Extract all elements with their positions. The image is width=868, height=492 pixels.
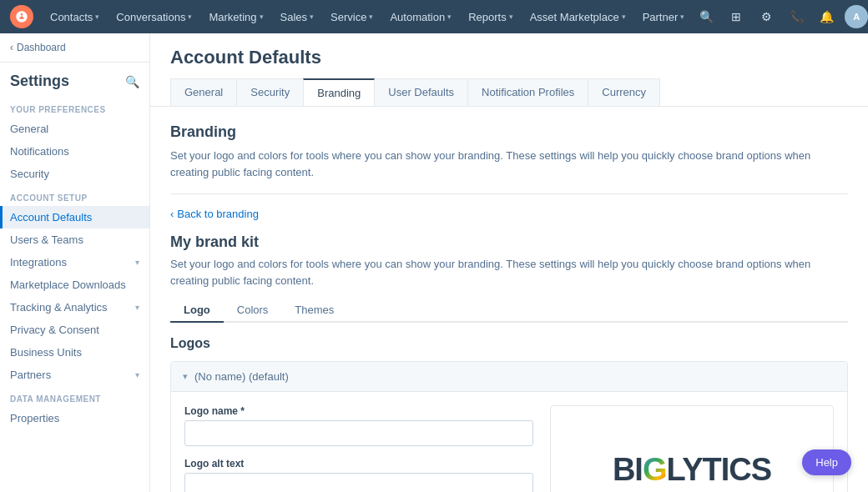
- subtab-themes[interactable]: Themes: [281, 299, 347, 323]
- sidebar-item-account-defaults[interactable]: Account Defaults: [0, 206, 149, 228]
- sidebar-item-tracking-analytics[interactable]: Tracking & Analytics ▾: [0, 296, 149, 319]
- chevron-down-icon: ▾: [310, 13, 314, 21]
- tab-notification-profiles[interactable]: Notification Profiles: [467, 78, 588, 106]
- phone-icon[interactable]: 📞: [785, 5, 808, 28]
- chevron-down-icon: ▾: [447, 13, 452, 21]
- brand-kit-title: My brand kit: [170, 233, 848, 251]
- chevron-down-icon: ▾: [95, 13, 99, 21]
- divider: [170, 193, 848, 194]
- chevron-down-icon: ▾: [260, 13, 264, 21]
- tab-security[interactable]: Security: [236, 78, 304, 106]
- logo-accordion: ▾ (No name) (default) Logo name * Logo a…: [170, 361, 848, 492]
- accordion-label: (No name) (default): [194, 370, 289, 383]
- sidebar-item-properties[interactable]: Properties: [0, 407, 149, 429]
- branding-title: Branding: [170, 123, 848, 141]
- logo-form: Logo name * Logo alt text Logo URL i: [184, 405, 533, 492]
- section-data-management: Data Management: [0, 386, 149, 407]
- nav-asset-marketplace[interactable]: Asset Marketplace▾: [523, 8, 633, 27]
- sidebar-item-security[interactable]: Security: [0, 163, 149, 185]
- accordion-body: Logo name * Logo alt text Logo URL i: [171, 391, 847, 492]
- chevron-down-icon: ▾: [369, 13, 373, 21]
- chevron-down-icon: ▾: [622, 13, 626, 21]
- nav-contacts[interactable]: Contacts▾: [43, 8, 106, 27]
- logo-alt-text-label: Logo alt text: [184, 458, 533, 469]
- accordion-header[interactable]: ▾ (No name) (default): [171, 362, 847, 391]
- biglytics-logo-image: BIGLYTICS: [613, 452, 771, 488]
- dashboard-link[interactable]: ‹ Dashboard: [10, 42, 139, 53]
- sidebar: ‹ Dashboard Settings 🔍 Your Preferences …: [0, 33, 150, 492]
- sidebar-item-integrations[interactable]: Integrations ▾: [0, 251, 149, 274]
- sidebar-item-marketplace-downloads[interactable]: Marketplace Downloads: [0, 274, 149, 296]
- chevron-down-icon: ▾: [680, 13, 684, 21]
- nav-service[interactable]: Service▾: [324, 8, 380, 27]
- tab-general[interactable]: General: [170, 78, 237, 106]
- app-layout: ‹ Dashboard Settings 🔍 Your Preferences …: [0, 33, 868, 492]
- tab-branding[interactable]: Branding: [303, 78, 375, 106]
- account-defaults-tabs: General Security Branding User Defaults …: [170, 78, 848, 106]
- branding-description: Set your logo and colors for tools where…: [170, 148, 848, 180]
- subtab-logo[interactable]: Logo: [170, 299, 224, 323]
- nav-right-actions: 🔍 ⊞ ⚙ 📞 🔔 A ▾: [694, 5, 868, 28]
- nav-automation[interactable]: Automation▾: [383, 8, 458, 27]
- dashboard-breadcrumb: ‹ Dashboard: [0, 33, 149, 63]
- logo-text-lytics: LYTICS: [666, 452, 771, 488]
- sidebar-item-notifications[interactable]: Notifications: [0, 140, 149, 163]
- settings-title: Settings: [10, 73, 69, 90]
- sidebar-item-general[interactable]: General: [0, 118, 149, 140]
- sidebar-search-icon[interactable]: 🔍: [125, 75, 139, 88]
- notifications-icon[interactable]: 🔔: [815, 5, 838, 28]
- brand-kit-subtabs: Logo Colors Themes: [170, 299, 848, 323]
- nav-marketing[interactable]: Marketing▾: [202, 8, 270, 27]
- settings-icon[interactable]: ⚙: [754, 5, 778, 28]
- user-avatar[interactable]: A: [845, 5, 868, 28]
- search-icon[interactable]: 🔍: [694, 5, 718, 28]
- nav-partner[interactable]: Partner▾: [636, 8, 692, 27]
- main-header: Account Defaults General Security Brandi…: [150, 33, 868, 107]
- hubspot-logo[interactable]: [10, 5, 33, 28]
- logo-text-g: G: [643, 452, 667, 488]
- chevron-down-icon: ▾: [135, 303, 139, 312]
- chevron-left-icon: ‹: [170, 208, 174, 220]
- top-navigation: Contacts▾ Conversations▾ Marketing▾ Sale…: [0, 0, 868, 33]
- logo-alt-text-input[interactable]: [184, 473, 533, 492]
- logo-preview: BIGLYTICS: [550, 405, 834, 492]
- section-your-preferences: Your Preferences: [0, 97, 149, 118]
- nav-conversations[interactable]: Conversations▾: [109, 8, 199, 27]
- logo-text-b: BI: [613, 452, 643, 488]
- nav-reports[interactable]: Reports▾: [462, 8, 520, 27]
- section-account-setup: Account Setup: [0, 185, 149, 206]
- sidebar-item-business-units[interactable]: Business Units: [0, 341, 149, 364]
- page-title: Account Defaults: [170, 47, 848, 68]
- nav-sales[interactable]: Sales▾: [274, 8, 321, 27]
- sidebar-header: Settings 🔍: [0, 63, 149, 97]
- logo-name-label: Logo name *: [184, 405, 533, 417]
- logos-title: Logos: [170, 336, 848, 351]
- sidebar-item-privacy-consent[interactable]: Privacy & Consent: [0, 319, 149, 341]
- tab-user-defaults[interactable]: User Defaults: [374, 78, 468, 106]
- sidebar-item-partners[interactable]: Partners ▾: [0, 364, 149, 386]
- back-to-branding-link[interactable]: ‹ Back to branding: [170, 208, 848, 220]
- apps-icon[interactable]: ⊞: [724, 5, 748, 28]
- chevron-down-icon: ▾: [183, 371, 188, 382]
- tab-currency[interactable]: Currency: [588, 78, 660, 106]
- chevron-left-icon: ‹: [10, 42, 13, 53]
- sidebar-item-users-teams[interactable]: Users & Teams: [0, 228, 149, 251]
- logo-name-input[interactable]: [184, 420, 533, 446]
- subtab-colors[interactable]: Colors: [224, 299, 282, 323]
- chevron-down-icon: ▾: [135, 258, 139, 267]
- logo-alt-text-group: Logo alt text: [184, 458, 533, 492]
- brand-kit-description: Set your logo and colors for tools where…: [170, 256, 848, 289]
- chevron-down-icon: ▾: [509, 13, 513, 21]
- content-body: Branding Set your logo and colors for to…: [150, 107, 868, 492]
- chevron-down-icon: ▾: [188, 13, 192, 21]
- main-content: Account Defaults General Security Brandi…: [150, 33, 868, 492]
- help-button[interactable]: Help: [802, 449, 851, 475]
- chevron-down-icon: ▾: [135, 370, 139, 379]
- logo-name-group: Logo name *: [184, 405, 533, 446]
